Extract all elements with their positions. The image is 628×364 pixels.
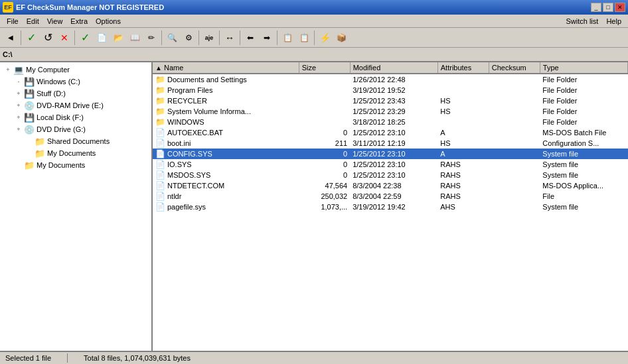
search-button[interactable]: 🔍 bbox=[164, 30, 180, 46]
edit-button[interactable]: ✏ bbox=[143, 30, 159, 46]
expand-windows-c[interactable]: - bbox=[13, 76, 24, 87]
minimize-button[interactable]: _ bbox=[591, 3, 601, 12]
cell-type: File Folder bbox=[540, 74, 627, 85]
menu-view[interactable]: View bbox=[43, 17, 67, 26]
file-icon: 📄 bbox=[155, 128, 165, 137]
expand-stuff-d[interactable]: + bbox=[13, 88, 24, 99]
menu-edit[interactable]: Edit bbox=[23, 17, 43, 26]
paste-button[interactable]: 📋 bbox=[296, 30, 312, 46]
sidebar-item-stuff-d[interactable]: + 💾 Stuff (D:) bbox=[0, 88, 151, 99]
col-header-checksum[interactable]: Checksum bbox=[489, 62, 540, 74]
table-row[interactable]: 📁WINDOWS 3/18/2012 18:25 File Folder bbox=[153, 117, 628, 127]
table-row[interactable]: 📄pagefile.sys 1,073,... 3/19/2012 19:42 … bbox=[153, 202, 628, 212]
col-header-attributes[interactable]: Attributes bbox=[437, 62, 489, 74]
cell-name: 📄pagefile.sys bbox=[153, 202, 299, 212]
expand-dvdram-e[interactable]: + bbox=[13, 100, 24, 111]
table-row[interactable]: 📄boot.ini 211 3/11/2012 12:19 HS Configu… bbox=[153, 138, 628, 149]
cell-checksum bbox=[489, 95, 540, 106]
cell-attributes bbox=[437, 85, 489, 95]
col-header-name[interactable]: ▲ Name bbox=[153, 62, 299, 74]
table-row[interactable]: 📄MSDOS.SYS 0 1/25/2012 23:10 RAHS System… bbox=[153, 170, 628, 180]
file-icon: 📄 bbox=[155, 149, 165, 158]
nav-left-button[interactable]: ⬅ bbox=[242, 30, 258, 46]
col-header-type[interactable]: Type bbox=[540, 62, 627, 74]
cell-type: System file bbox=[540, 159, 627, 170]
maximize-button[interactable]: □ bbox=[603, 3, 613, 12]
sidebar[interactable]: + 💻 My Computer - 💾 Windows (C:) + 💾 Stu… bbox=[0, 62, 153, 351]
cell-type: System file bbox=[540, 170, 627, 180]
sidebar-label-my-documents: My Documents bbox=[37, 161, 85, 169]
menu-extra[interactable]: Extra bbox=[66, 17, 92, 26]
table-row[interactable]: 📄ntldr 250,032 8/3/2004 22:59 RAHS File bbox=[153, 191, 628, 202]
nav-right-button[interactable]: ➡ bbox=[259, 30, 275, 46]
table-row[interactable]: 📁Program Files 3/19/2012 19:52 File Fold… bbox=[153, 85, 628, 95]
cell-size: 211 bbox=[299, 138, 350, 149]
sidebar-item-dvdram-e[interactable]: + 💿 DVD-RAM Drive (E:) bbox=[0, 99, 151, 111]
copy-button[interactable]: 📋 bbox=[279, 30, 295, 46]
col-header-modified[interactable]: Modified bbox=[350, 62, 437, 74]
drive-f-icon: 💾 bbox=[24, 112, 35, 123]
aje-button[interactable]: aje bbox=[201, 30, 217, 46]
help2-button[interactable]: 📖 bbox=[127, 30, 143, 46]
check-button[interactable]: ✓ bbox=[23, 30, 39, 46]
cell-modified: 1/25/2012 23:10 bbox=[350, 159, 437, 170]
toolbar-separator-4 bbox=[198, 30, 199, 45]
cell-attributes: HS bbox=[437, 106, 489, 117]
cell-size: 47,564 bbox=[299, 180, 350, 191]
cell-checksum bbox=[489, 180, 540, 191]
table-row[interactable]: 📄CONFIG.SYS 0 1/25/2012 23:10 A System f… bbox=[153, 149, 628, 159]
sidebar-item-my-documents[interactable]: 📁 My Documents bbox=[0, 159, 151, 171]
archive-button[interactable]: 📦 bbox=[333, 30, 349, 46]
stop-button[interactable]: ✕ bbox=[56, 30, 72, 46]
cell-modified: 1/25/2012 23:29 bbox=[350, 106, 437, 117]
table-row[interactable]: 📁System Volume Informa... 1/25/2012 23:2… bbox=[153, 106, 628, 117]
sidebar-item-my-documents-sub[interactable]: 📁 My Documents bbox=[0, 147, 151, 159]
toolbar-separator-5 bbox=[219, 30, 220, 45]
filter-button[interactable]: ⚙ bbox=[181, 30, 196, 46]
sidebar-item-shared-docs[interactable]: 📁 Shared Documents bbox=[0, 135, 151, 147]
switch-list-button[interactable]: Switch list bbox=[562, 17, 602, 26]
folder-icon: 📁 bbox=[155, 86, 165, 95]
cell-attributes: RAHS bbox=[437, 191, 489, 202]
create-button[interactable]: 📄 bbox=[94, 30, 110, 46]
cell-type: File Folder bbox=[540, 85, 627, 95]
status-selected: Selected 1 file bbox=[5, 354, 51, 362]
check2-button[interactable]: ✓ bbox=[77, 30, 93, 46]
folder-icon: 📁 bbox=[155, 96, 165, 105]
expand-dvd-g[interactable]: + bbox=[13, 124, 24, 135]
sidebar-label-my-documents-sub: My Documents bbox=[47, 149, 96, 157]
cell-modified: 3/11/2012 12:19 bbox=[350, 138, 437, 149]
open-button[interactable]: 📂 bbox=[110, 30, 126, 46]
col-header-size[interactable]: Size bbox=[299, 62, 350, 74]
menu-file[interactable]: File bbox=[3, 17, 23, 26]
cell-type: File Folder bbox=[540, 117, 627, 127]
sidebar-item-my-computer[interactable]: + 💻 My Computer bbox=[0, 64, 151, 76]
sidebar-item-local-f[interactable]: + 💾 Local Disk (F:) bbox=[0, 111, 151, 123]
back-button[interactable]: ◀ bbox=[3, 30, 19, 46]
my-docs-icon: 📁 bbox=[24, 160, 35, 170]
lightning-button[interactable]: ⚡ bbox=[317, 30, 333, 46]
table-row[interactable]: 📄NTDETECT.COM 47,564 8/3/2004 22:38 RAHS… bbox=[153, 180, 628, 191]
refresh-button[interactable]: ↺ bbox=[40, 30, 56, 46]
cell-size: 250,032 bbox=[299, 191, 350, 202]
filelist: ▲ Name Size Modified Attributes Checksum… bbox=[153, 62, 628, 212]
drive-c-icon: 💾 bbox=[24, 76, 35, 87]
table-row[interactable]: 📁RECYCLER 1/25/2012 23:43 HS File Folder bbox=[153, 95, 628, 106]
sidebar-item-windows-c[interactable]: - 💾 Windows (C:) bbox=[0, 76, 151, 88]
close-button[interactable]: ✕ bbox=[615, 3, 625, 12]
toolbar-separator-6 bbox=[240, 30, 240, 45]
help-menu-item[interactable]: Help bbox=[602, 17, 625, 26]
sidebar-item-dvd-g[interactable]: + 💿 DVD Drive (G:) bbox=[0, 123, 151, 135]
expand-my-computer[interactable]: + bbox=[3, 64, 13, 75]
expand-local-f[interactable]: + bbox=[13, 112, 24, 123]
cell-modified: 8/3/2004 22:38 bbox=[350, 180, 437, 191]
table-row[interactable]: 📄IO.SYS 0 1/25/2012 23:10 RAHS System fi… bbox=[153, 159, 628, 170]
filelist-container[interactable]: ▲ Name Size Modified Attributes Checksum… bbox=[153, 62, 628, 351]
menu-options[interactable]: Options bbox=[92, 17, 125, 26]
toolbar-separator-1 bbox=[21, 30, 21, 45]
move-button[interactable]: ↔ bbox=[222, 30, 238, 46]
cell-name: 📁Program Files bbox=[153, 85, 299, 95]
table-row[interactable]: 📄AUTOEXEC.BAT 0 1/25/2012 23:10 A MS-DOS… bbox=[153, 127, 628, 138]
table-row[interactable]: 📁Documents and Settings 1/26/2012 22:48 … bbox=[153, 74, 628, 85]
cell-checksum bbox=[489, 74, 540, 85]
